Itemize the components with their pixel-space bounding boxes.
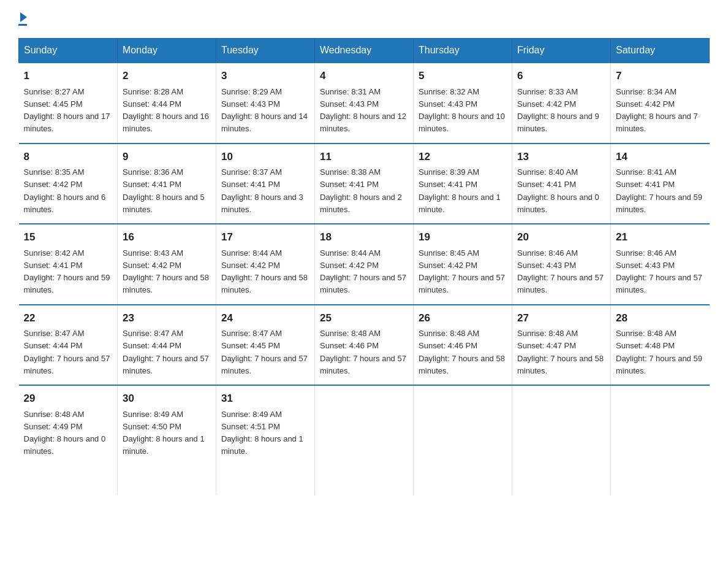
day-info: Sunrise: 8:38 AMSunset: 4:41 PMDaylight:… — [320, 167, 402, 214]
day-number: 26 — [419, 310, 507, 326]
calendar-week-row: 8 Sunrise: 8:35 AMSunset: 4:42 PMDayligh… — [19, 144, 710, 224]
logo-underline — [18, 24, 27, 26]
day-number: 1 — [24, 68, 113, 84]
day-number: 22 — [24, 310, 113, 326]
day-header-sunday: Sunday — [19, 39, 118, 63]
calendar-cell: 9 Sunrise: 8:36 AMSunset: 4:41 PMDayligh… — [118, 144, 216, 224]
day-info: Sunrise: 8:42 AMSunset: 4:41 PMDaylight:… — [24, 248, 110, 295]
calendar-cell — [611, 385, 710, 495]
day-number: 20 — [517, 229, 605, 245]
calendar-cell: 30 Sunrise: 8:49 AMSunset: 4:50 PMDaylig… — [118, 385, 216, 495]
day-info: Sunrise: 8:48 AMSunset: 4:46 PMDaylight:… — [320, 329, 406, 375]
day-header-monday: Monday — [118, 39, 216, 63]
calendar-cell: 31 Sunrise: 8:49 AMSunset: 4:51 PMDaylig… — [216, 385, 315, 495]
day-number: 7 — [616, 68, 705, 84]
calendar-cell — [315, 385, 414, 495]
day-info: Sunrise: 8:31 AMSunset: 4:43 PMDaylight:… — [320, 87, 406, 134]
calendar-cell: 16 Sunrise: 8:43 AMSunset: 4:42 PMDaylig… — [118, 224, 216, 305]
day-info: Sunrise: 8:35 AMSunset: 4:42 PMDaylight:… — [24, 167, 106, 214]
calendar-cell: 25 Sunrise: 8:48 AMSunset: 4:46 PMDaylig… — [315, 305, 414, 386]
day-number: 23 — [123, 310, 211, 326]
calendar-cell — [414, 385, 512, 495]
calendar-cell: 26 Sunrise: 8:48 AMSunset: 4:46 PMDaylig… — [414, 305, 512, 386]
day-number: 31 — [221, 391, 309, 407]
day-number: 4 — [320, 68, 408, 84]
day-info: Sunrise: 8:28 AMSunset: 4:44 PMDaylight:… — [123, 87, 209, 134]
day-number: 5 — [419, 68, 507, 84]
calendar-cell: 28 Sunrise: 8:48 AMSunset: 4:48 PMDaylig… — [611, 305, 710, 386]
day-info: Sunrise: 8:48 AMSunset: 4:48 PMDaylight:… — [616, 329, 702, 375]
day-info: Sunrise: 8:47 AMSunset: 4:45 PMDaylight:… — [221, 329, 308, 375]
calendar-header: SundayMondayTuesdayWednesdayThursdayFrid… — [19, 39, 710, 63]
day-header-tuesday: Tuesday — [216, 39, 315, 63]
calendar-cell: 29 Sunrise: 8:48 AMSunset: 4:49 PMDaylig… — [19, 385, 118, 495]
calendar-cell: 11 Sunrise: 8:38 AMSunset: 4:41 PMDaylig… — [315, 144, 414, 224]
logo-arrow-icon — [20, 12, 27, 22]
page-header — [18, 12, 710, 26]
logo — [18, 12, 27, 26]
day-info: Sunrise: 8:33 AMSunset: 4:42 PMDaylight:… — [517, 87, 599, 134]
day-info: Sunrise: 8:27 AMSunset: 4:45 PMDaylight:… — [24, 87, 110, 134]
day-info: Sunrise: 8:44 AMSunset: 4:42 PMDaylight:… — [320, 248, 406, 295]
day-info: Sunrise: 8:48 AMSunset: 4:47 PMDaylight:… — [517, 329, 604, 375]
day-header-wednesday: Wednesday — [315, 39, 414, 63]
calendar-cell: 14 Sunrise: 8:41 AMSunset: 4:41 PMDaylig… — [611, 144, 710, 224]
calendar-cell: 6 Sunrise: 8:33 AMSunset: 4:42 PMDayligh… — [512, 63, 611, 144]
day-number: 10 — [221, 149, 309, 165]
day-number: 2 — [123, 68, 211, 84]
day-number: 9 — [123, 149, 211, 165]
day-number: 6 — [517, 68, 605, 84]
day-info: Sunrise: 8:49 AMSunset: 4:50 PMDaylight:… — [123, 410, 205, 456]
calendar-cell: 5 Sunrise: 8:32 AMSunset: 4:43 PMDayligh… — [414, 63, 512, 144]
day-number: 8 — [24, 149, 113, 165]
day-info: Sunrise: 8:36 AMSunset: 4:41 PMDaylight:… — [123, 167, 205, 214]
day-info: Sunrise: 8:34 AMSunset: 4:42 PMDaylight:… — [616, 87, 698, 134]
day-info: Sunrise: 8:47 AMSunset: 4:44 PMDaylight:… — [24, 329, 110, 375]
calendar-week-row: 29 Sunrise: 8:48 AMSunset: 4:49 PMDaylig… — [19, 385, 710, 495]
calendar-cell: 19 Sunrise: 8:45 AMSunset: 4:42 PMDaylig… — [414, 224, 512, 305]
day-number: 13 — [517, 149, 605, 165]
calendar-cell: 7 Sunrise: 8:34 AMSunset: 4:42 PMDayligh… — [611, 63, 710, 144]
day-info: Sunrise: 8:37 AMSunset: 4:41 PMDaylight:… — [221, 167, 303, 214]
day-info: Sunrise: 8:43 AMSunset: 4:42 PMDaylight:… — [123, 248, 209, 295]
calendar-cell: 4 Sunrise: 8:31 AMSunset: 4:43 PMDayligh… — [315, 63, 414, 144]
day-header-row: SundayMondayTuesdayWednesdayThursdayFrid… — [19, 39, 710, 63]
calendar-cell: 21 Sunrise: 8:46 AMSunset: 4:43 PMDaylig… — [611, 224, 710, 305]
calendar-cell: 18 Sunrise: 8:44 AMSunset: 4:42 PMDaylig… — [315, 224, 414, 305]
day-header-friday: Friday — [512, 39, 611, 63]
day-number: 16 — [123, 229, 211, 245]
day-info: Sunrise: 8:44 AMSunset: 4:42 PMDaylight:… — [221, 248, 308, 295]
day-number: 29 — [24, 391, 113, 407]
day-info: Sunrise: 8:46 AMSunset: 4:43 PMDaylight:… — [517, 248, 604, 295]
calendar-cell: 2 Sunrise: 8:28 AMSunset: 4:44 PMDayligh… — [118, 63, 216, 144]
calendar-cell: 27 Sunrise: 8:48 AMSunset: 4:47 PMDaylig… — [512, 305, 611, 386]
day-number: 14 — [616, 149, 705, 165]
day-info: Sunrise: 8:48 AMSunset: 4:49 PMDaylight:… — [24, 410, 106, 456]
calendar-cell: 17 Sunrise: 8:44 AMSunset: 4:42 PMDaylig… — [216, 224, 315, 305]
calendar-cell: 22 Sunrise: 8:47 AMSunset: 4:44 PMDaylig… — [19, 305, 118, 386]
day-number: 18 — [320, 229, 408, 245]
day-number: 11 — [320, 149, 408, 165]
day-info: Sunrise: 8:40 AMSunset: 4:41 PMDaylight:… — [517, 167, 599, 214]
calendar-cell: 12 Sunrise: 8:39 AMSunset: 4:41 PMDaylig… — [414, 144, 512, 224]
day-info: Sunrise: 8:46 AMSunset: 4:43 PMDaylight:… — [616, 248, 702, 295]
day-number: 30 — [123, 391, 211, 407]
calendar-cell: 24 Sunrise: 8:47 AMSunset: 4:45 PMDaylig… — [216, 305, 315, 386]
day-info: Sunrise: 8:47 AMSunset: 4:44 PMDaylight:… — [123, 329, 209, 375]
calendar-cell: 1 Sunrise: 8:27 AMSunset: 4:45 PMDayligh… — [19, 63, 118, 144]
day-number: 19 — [419, 229, 507, 245]
day-header-saturday: Saturday — [611, 39, 710, 63]
day-info: Sunrise: 8:32 AMSunset: 4:43 PMDaylight:… — [419, 87, 505, 134]
calendar-cell: 8 Sunrise: 8:35 AMSunset: 4:42 PMDayligh… — [19, 144, 118, 224]
day-info: Sunrise: 8:48 AMSunset: 4:46 PMDaylight:… — [419, 329, 505, 375]
calendar-cell: 10 Sunrise: 8:37 AMSunset: 4:41 PMDaylig… — [216, 144, 315, 224]
calendar-cell: 3 Sunrise: 8:29 AMSunset: 4:43 PMDayligh… — [216, 63, 315, 144]
day-number: 25 — [320, 310, 408, 326]
day-number: 12 — [419, 149, 507, 165]
day-header-thursday: Thursday — [414, 39, 512, 63]
calendar-cell: 13 Sunrise: 8:40 AMSunset: 4:41 PMDaylig… — [512, 144, 611, 224]
day-number: 15 — [24, 229, 113, 245]
day-number: 21 — [616, 229, 705, 245]
calendar-cell: 15 Sunrise: 8:42 AMSunset: 4:41 PMDaylig… — [19, 224, 118, 305]
day-info: Sunrise: 8:45 AMSunset: 4:42 PMDaylight:… — [419, 248, 505, 295]
